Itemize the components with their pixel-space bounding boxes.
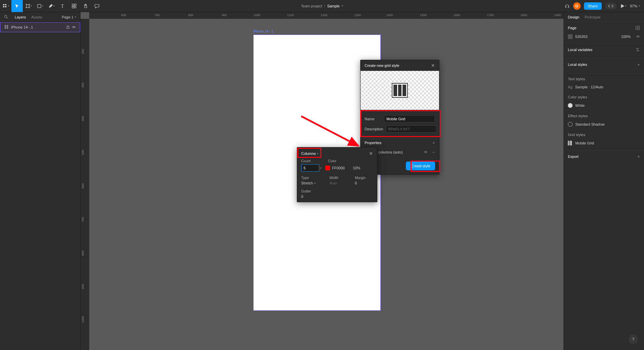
- svg-point-13: [74, 6, 76, 8]
- gutter-label: Gutter: [301, 189, 311, 193]
- add-property-button[interactable]: +: [432, 140, 435, 145]
- comment-tool-button[interactable]: [91, 0, 103, 12]
- color-style-label: White: [575, 103, 585, 107]
- present-button[interactable]: ▾: [620, 0, 627, 12]
- type-label: Type: [301, 176, 323, 180]
- tab-design[interactable]: Design: [568, 15, 579, 19]
- tab-prototype[interactable]: Prototype: [585, 15, 600, 19]
- modal-title: Create new grid style: [365, 63, 399, 68]
- audio-button[interactable]: [565, 0, 570, 12]
- left-panel: Layers Assets Page 1 ▾ iPhone 14 - 1: [0, 12, 80, 350]
- svg-rect-20: [67, 27, 69, 29]
- text-style-label: Sample · 12/Auto: [575, 85, 603, 89]
- count-dropdown-icon[interactable]: ▾: [320, 167, 321, 170]
- remove-property-button[interactable]: −: [432, 149, 435, 155]
- dev-mode-toggle[interactable]: [605, 3, 616, 9]
- add-export-button[interactable]: +: [637, 154, 640, 159]
- frame-tool-button[interactable]: ▾: [23, 0, 34, 12]
- add-style-button[interactable]: +: [637, 62, 640, 67]
- color-hex[interactable]: FF0000: [332, 166, 345, 170]
- grid-preview: [361, 71, 439, 110]
- svg-point-29: [425, 151, 426, 152]
- description-label: Description: [365, 127, 383, 131]
- svg-rect-11: [74, 4, 76, 6]
- eye-icon[interactable]: [72, 25, 76, 30]
- share-button[interactable]: Share: [584, 2, 602, 10]
- text-tool-button[interactable]: T: [57, 0, 68, 12]
- text-style-item[interactable]: Ag Sample · 12/Auto: [568, 84, 640, 90]
- page-color-opacity[interactable]: 100%: [621, 35, 631, 39]
- color-swatch[interactable]: [325, 166, 330, 170]
- color-label: Color: [328, 159, 336, 163]
- eye-icon[interactable]: [636, 35, 640, 39]
- create-style-button[interactable]: Create style: [406, 162, 435, 170]
- columns-title-dropdown[interactable]: Columns ▾: [301, 151, 318, 156]
- layer-row-frame[interactable]: iPhone 14 - 1: [0, 22, 80, 32]
- count-input[interactable]: [301, 164, 319, 172]
- color-opacity[interactable]: 10%: [353, 166, 360, 170]
- ruler-horizontal: 600 700 800 900 1000 1100 1200 1300 1400…: [89, 12, 564, 19]
- tab-assets[interactable]: Assets: [31, 15, 42, 19]
- user-avatar[interactable]: O: [573, 2, 581, 10]
- name-label: Name: [365, 117, 381, 121]
- lock-icon[interactable]: [66, 25, 70, 30]
- frame-label[interactable]: iPhone 14 - 1: [253, 30, 273, 33]
- pen-tool-button[interactable]: ▾: [46, 0, 57, 12]
- tab-layers[interactable]: Layers: [15, 15, 26, 19]
- color-style-item[interactable]: White: [568, 102, 640, 109]
- svg-rect-3: [5, 6, 6, 7]
- shape-tool-button[interactable]: ▾: [34, 0, 46, 12]
- gutter-value[interactable]: 0: [301, 194, 303, 199]
- svg-point-24: [638, 36, 639, 37]
- variables-settings-icon[interactable]: [635, 47, 640, 52]
- effect-style-label: Standard Shadow: [575, 122, 604, 126]
- type-select[interactable]: Stretch ▾: [301, 181, 323, 185]
- effect-style-item[interactable]: Standard Shadow: [568, 121, 640, 128]
- description-input[interactable]: [386, 125, 437, 133]
- resources-button[interactable]: [68, 0, 80, 12]
- count-label: Count: [301, 159, 321, 163]
- text-style-prefix: Ag: [568, 85, 572, 89]
- move-tool-button[interactable]: [11, 0, 23, 12]
- svg-rect-1: [3, 6, 4, 7]
- svg-rect-10: [72, 4, 74, 6]
- search-icon[interactable]: [4, 15, 8, 19]
- svg-text:T: T: [61, 4, 64, 9]
- help-button[interactable]: ?: [629, 335, 638, 344]
- svg-point-21: [73, 27, 74, 28]
- svg-rect-0: [3, 4, 4, 5]
- file-name: Sample: [327, 4, 339, 8]
- page-color-hex[interactable]: 535353: [575, 35, 588, 39]
- close-icon[interactable]: ✕: [369, 151, 373, 156]
- properties-title: Properties: [365, 141, 381, 145]
- svg-rect-22: [636, 26, 640, 30]
- color-swatch-icon: [568, 103, 573, 108]
- svg-rect-12: [72, 6, 74, 8]
- hand-tool-button[interactable]: [80, 0, 91, 12]
- page-options-icon[interactable]: [635, 26, 640, 30]
- grid-style-label: Mobile Grid: [575, 141, 594, 145]
- svg-point-28: [638, 50, 639, 51]
- main-menu-button[interactable]: ▾: [0, 0, 11, 12]
- name-input[interactable]: [384, 115, 435, 123]
- page-color-swatch[interactable]: [568, 34, 573, 39]
- local-variables-title: Local variables: [568, 48, 592, 52]
- zoom-dropdown[interactable]: 97% ▾: [630, 4, 640, 8]
- effect-icon: [568, 122, 573, 127]
- svg-line-15: [7, 17, 8, 18]
- margin-value[interactable]: 0: [355, 181, 357, 185]
- margin-label: Margin: [355, 176, 366, 180]
- grid-styles-heading: Grid styles: [568, 133, 640, 137]
- svg-point-27: [637, 48, 638, 49]
- eye-icon[interactable]: [424, 150, 428, 155]
- file-breadcrumb[interactable]: Team project / Sample ▾: [301, 4, 343, 8]
- columns-popover: Columns ▾ ✕ Count Color ▾ FF0000 10% Typ…: [297, 147, 377, 202]
- grid-style-item[interactable]: Mobile Grid: [568, 139, 640, 147]
- width-label: Width: [329, 176, 348, 180]
- page-section-title: Page: [568, 26, 577, 30]
- page-selector[interactable]: Page 1 ▾: [62, 15, 76, 19]
- close-icon[interactable]: ✕: [431, 63, 435, 68]
- breadcrumb-separator: /: [324, 4, 325, 8]
- grid-preview-icon: [392, 83, 408, 98]
- svg-point-23: [637, 27, 638, 29]
